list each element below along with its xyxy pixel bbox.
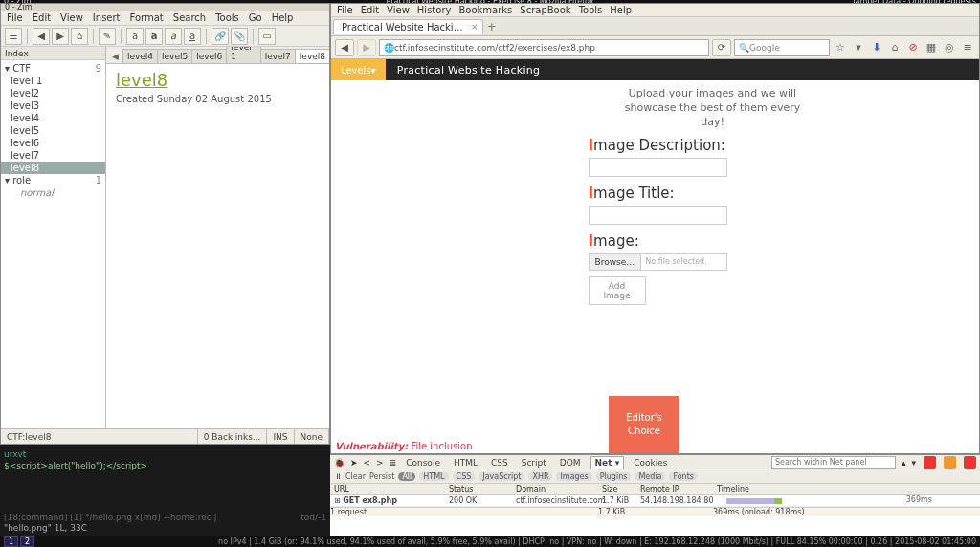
bookmark-icon[interactable]: ▾ xyxy=(851,40,866,55)
pause-icon[interactable]: ⏸ xyxy=(334,472,342,481)
tab-level6[interactable]: level6 xyxy=(191,49,227,63)
fb-clear[interactable]: Clear xyxy=(345,472,366,481)
filter-fonts[interactable]: Fonts xyxy=(669,472,698,481)
filter-plugins[interactable]: Plugins xyxy=(596,472,632,481)
zim-menu-tools[interactable]: Tools xyxy=(215,12,239,23)
zim-menu-go[interactable]: Go xyxy=(249,12,262,23)
tree-level2[interactable]: level2 xyxy=(1,87,105,99)
ff-menu-scrapbook[interactable]: ScrapBook xyxy=(520,5,570,15)
tree-level4[interactable]: level4 xyxy=(1,112,105,124)
ff-menu-history[interactable]: History xyxy=(417,5,452,15)
arrow-left-icon[interactable]: < xyxy=(364,458,371,468)
add-image-button[interactable]: Add Image xyxy=(589,276,646,305)
col-status[interactable]: Status xyxy=(445,484,512,494)
fb-tab-html[interactable]: HTML xyxy=(450,457,481,469)
tree-level8[interactable]: level8 xyxy=(1,162,105,174)
fb-up-icon[interactable]: ▴ xyxy=(902,458,906,468)
zim-menu-edit[interactable]: Edit xyxy=(33,12,51,23)
fb-tab-cookies[interactable]: Cookies xyxy=(630,457,671,469)
filter-html[interactable]: HTML xyxy=(419,472,448,481)
source-icon[interactable]: ▭ xyxy=(258,28,276,45)
tree-level3[interactable]: level3 xyxy=(1,99,105,112)
fb-detach-icon[interactable] xyxy=(944,456,956,469)
terminal[interactable]: urxvt $<script>alert("hello");</script> … xyxy=(0,445,330,536)
tab-level4[interactable]: level4 xyxy=(122,49,158,63)
ff-menu-tools[interactable]: Tools xyxy=(579,5,603,15)
fb-tab-script[interactable]: Script xyxy=(518,457,550,469)
tabs-left-icon[interactable]: ◀ xyxy=(108,50,122,63)
ff-menu-edit[interactable]: Edit xyxy=(361,5,379,15)
adblock-icon[interactable]: ⊘ xyxy=(905,40,921,55)
star-icon[interactable]: ☆ xyxy=(833,40,848,55)
levels-dropdown[interactable]: Levels ▾ xyxy=(331,59,386,80)
nav-forward-icon[interactable]: ▶ xyxy=(357,39,376,56)
zim-menu-help[interactable]: Help xyxy=(272,12,294,23)
cmd-icon[interactable]: ≣ xyxy=(390,458,397,468)
tab-level8[interactable]: level8 xyxy=(295,49,329,63)
filter-js[interactable]: JavaScript xyxy=(479,472,524,481)
zim-menu-view[interactable]: View xyxy=(60,12,83,23)
browse-button[interactable]: Browse… xyxy=(590,254,642,270)
tree-ctf[interactable]: ▾ CTF 9 xyxy=(1,62,105,75)
link-icon[interactable]: 🔗 xyxy=(212,28,229,45)
underline-a-icon[interactable]: a xyxy=(184,28,201,45)
tab-level1[interactable]: level 1 xyxy=(226,47,260,63)
workspace-2[interactable]: 2 xyxy=(20,536,34,547)
zim-menu-insert[interactable]: Insert xyxy=(93,12,121,23)
net-row[interactable]: ⊞ GET ex8.php 200 OK ctf.infosecinstitut… xyxy=(330,495,980,507)
ext-icon[interactable]: ◎ xyxy=(942,40,957,55)
ff-menu-help[interactable]: Help xyxy=(610,5,632,15)
close-tab-icon[interactable]: × xyxy=(471,22,479,32)
edit-icon[interactable]: ✎ xyxy=(99,28,116,45)
reload-icon[interactable]: ⟳ xyxy=(712,39,731,56)
heading-a-icon[interactable]: a xyxy=(126,28,144,45)
tree-level5[interactable]: level5 xyxy=(1,124,105,137)
zim-menu-search[interactable]: Search xyxy=(173,12,206,23)
filter-css[interactable]: CSS xyxy=(453,472,476,481)
home-icon[interactable]: ⌂ xyxy=(71,28,88,45)
tab-level7[interactable]: level7 xyxy=(260,49,296,63)
new-tab-icon[interactable]: + xyxy=(487,20,497,33)
fb-tab-console[interactable]: Console xyxy=(402,457,444,469)
inspect-icon[interactable]: ➤ xyxy=(350,458,358,468)
fb-down-icon[interactable]: ▾ xyxy=(911,458,916,468)
filter-xhr[interactable]: XHR xyxy=(528,472,552,481)
tree-level6[interactable]: level6 xyxy=(1,137,105,149)
tree-level1[interactable]: level 1 xyxy=(1,75,105,87)
forward-icon[interactable]: ▶ xyxy=(52,28,69,45)
fb-tab-dom[interactable]: DOM xyxy=(556,457,585,469)
search-box[interactable]: 🔍 Google xyxy=(734,39,830,56)
zim-menu-format[interactable]: Format xyxy=(130,12,164,23)
fb-tab-css[interactable]: CSS xyxy=(487,457,512,469)
editors-choice-tile[interactable]: Editor's Choice xyxy=(609,396,679,453)
attach-icon[interactable]: 📎 xyxy=(231,28,248,45)
tree-level7[interactable]: level7 xyxy=(1,149,105,162)
nav-back-icon[interactable]: ◀ xyxy=(335,39,354,56)
ff-menu-file[interactable]: File xyxy=(337,5,353,15)
menu-icon[interactable]: ≡ xyxy=(960,40,975,55)
fb-tab-net[interactable]: Net ▾ xyxy=(590,456,625,469)
tree-role-normal[interactable]: normal xyxy=(1,186,105,199)
tab-level5[interactable]: level5 xyxy=(157,49,192,63)
file-input[interactable]: Browse… No file selected. xyxy=(589,253,727,271)
fb-search-input[interactable] xyxy=(771,456,896,469)
col-remoteip[interactable]: Remote IP xyxy=(636,484,713,494)
ff-tab-active[interactable]: Practical Website Hacki…× xyxy=(333,19,483,34)
filter-all[interactable]: All xyxy=(398,472,415,481)
addon-icon[interactable]: ▦ xyxy=(924,40,939,55)
zim-page[interactable]: level8 Created Sunday 02 August 2015 xyxy=(106,64,329,428)
fb-min-icon[interactable] xyxy=(924,456,936,469)
url-bar[interactable]: 🌐 ctf.infosecinstitute.com/ctf2/exercise… xyxy=(379,39,709,56)
ff-menu-bookmarks[interactable]: Bookmarks xyxy=(458,5,512,15)
workspace-1[interactable]: 1 xyxy=(4,536,18,547)
arrow-right-icon[interactable]: > xyxy=(376,458,384,468)
ff-menu-view[interactable]: View xyxy=(387,5,410,15)
col-size[interactable]: Size xyxy=(598,484,636,494)
zim-menu-file[interactable]: File xyxy=(7,12,23,23)
col-domain[interactable]: Domain xyxy=(512,484,598,494)
index-icon[interactable]: ☰ xyxy=(5,28,22,45)
image-description-input[interactable] xyxy=(589,158,727,177)
firebug-icon[interactable]: 🐞 xyxy=(334,458,345,468)
image-title-input[interactable] xyxy=(589,206,727,225)
fb-persist[interactable]: Persist xyxy=(369,472,394,481)
